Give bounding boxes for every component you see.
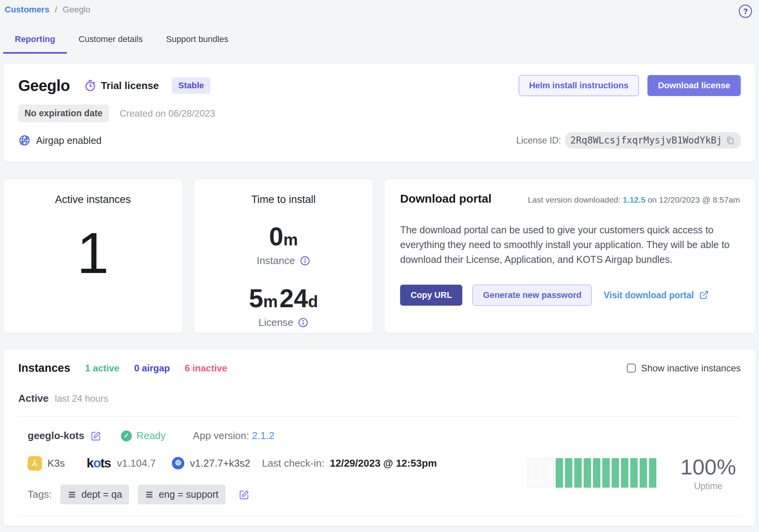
inactive-count[interactable]: 6 inactive [185,363,227,374]
tags-label: Tags: [28,488,52,500]
kots-version: v1.104.7 [117,457,156,469]
instance-status: ✓ Ready [121,430,166,442]
uptime-bars [528,458,656,488]
breadcrumb-separator: / [55,5,57,14]
download-license-button[interactable]: Download license [647,75,741,96]
license-id-label: License ID: [516,135,561,146]
uptime-section: 100% Uptime [528,441,741,504]
download-portal-card: Download portal Last version downloaded:… [384,178,756,333]
uptime-label: Uptime [680,481,736,492]
helm-install-instructions-button[interactable]: Helm install instructions [519,75,639,96]
kots-logo-ts: ts [100,456,110,470]
tag-lines-icon [145,490,154,499]
active-count[interactable]: 1 active [85,363,119,374]
customer-summary-card: Geeglo Trial license Stable Helm install… [3,63,756,162]
download-portal-description: The download portal can be used to give … [400,222,740,267]
uptime-bar [537,458,544,488]
visit-download-portal-label: Visit download portal [603,290,694,301]
active-instances-value: 1 [77,224,109,282]
license-install-num1: 5 [249,284,263,313]
show-inactive-toggle[interactable]: Show inactive instances [627,363,741,374]
time-to-install-card: Time to install 0m Instance 5m 24d Licen… [194,178,373,333]
customer-name: Geeglo [18,77,70,94]
uptime-value: 100% [680,454,736,480]
last-version-link[interactable]: 1.12.5 [623,195,645,204]
instance-row: geeglo-kots ✓ Ready App version: 2.1.2 [18,416,741,516]
ready-check-icon: ✓ [121,430,132,441]
license-time-label: License [259,317,294,329]
uptime-bar [546,458,554,488]
last-version-downloaded: Last version downloaded: 1.12.5 on 12/20… [528,195,740,205]
breadcrumb: Customers / Geeglo [5,5,90,15]
copy-url-button[interactable]: Copy URL [400,285,462,306]
kubernetes-icon: ☸ [172,457,184,469]
instance-install-num: 0 [269,222,283,251]
active-section-sub: last 24 hours [55,393,108,404]
tab-customer-details[interactable]: Customer details [67,30,154,54]
uptime-bar [584,458,591,488]
last-version-date: on 12/20/2023 @ 8:57am [648,195,740,204]
stats-row: Active instances 1 Time to install 0m In… [3,178,756,333]
instance-name: geeglo-kots [28,430,84,442]
app-version-label: App version: [193,430,249,441]
license-install-time: 5m 24d [249,285,318,311]
airgap-count[interactable]: 0 airgap [134,363,170,374]
uptime-bar [528,458,535,488]
uptime-bar [640,458,647,488]
breadcrumb-customers-link[interactable]: Customers [5,5,49,14]
tab-reporting[interactable]: Reporting [3,30,67,54]
uptime-bar [593,458,600,488]
airgap-enabled-label: Airgap enabled [36,135,101,146]
uptime-bar [602,458,610,488]
top-bar: Customers / Geeglo ? [0,0,759,18]
external-link-icon [699,290,709,300]
tag-lines-icon [67,490,77,499]
show-inactive-checkbox[interactable] [627,364,636,373]
uptime-bar [621,458,628,488]
active-instances-title: Active instances [55,194,131,206]
download-portal-title: Download portal [400,192,491,205]
instance-time-label: Instance [257,255,295,267]
last-checkin-value: 12/29/2023 @ 12:53pm [330,457,437,469]
uptime-bar [649,458,656,488]
instance-install-time: 0m [269,224,298,249]
instances-title: Instances [18,362,70,374]
tag-text: dept = qa [81,489,122,500]
tab-support-bundles[interactable]: Support bundles [154,30,240,54]
ready-label: Ready [136,430,166,442]
channel-badge: Stable [172,77,210,94]
uptime-bar [565,458,572,488]
instance-time-info-icon[interactable] [300,256,310,266]
app-version-link[interactable]: 2.1.2 [252,430,275,441]
trial-license-icon [84,79,96,92]
active-instances-card: Active instances 1 [3,178,183,333]
time-to-install-title: Time to install [251,194,316,206]
license-type-label: Trial license [101,80,159,92]
uptime-bar [630,458,638,488]
airgap-globe-icon [18,134,31,147]
license-id-text: 2Rq8WLcsjfxqrMysjvB1WodYkBj [570,135,722,146]
tag-pill: eng = support [138,485,226,504]
kots-logo-k: k [87,456,93,470]
expiration-badge: No expiration date [18,105,109,122]
edit-instance-name-icon[interactable] [91,430,101,441]
instance-install-unit: m [283,231,298,249]
license-install-unit1: m [263,292,278,311]
last-checkin-label: Last check-in: [262,457,324,469]
kots-logo: kots [87,456,111,471]
show-inactive-label: Show inactive instances [641,363,741,374]
edit-tags-icon[interactable] [239,489,250,500]
tag-text: eng = support [159,489,219,500]
help-icon[interactable]: ? [739,5,752,18]
uptime-bar [556,458,563,488]
last-version-label: Last version downloaded: [528,195,620,204]
tab-bar: Reporting Customer details Support bundl… [3,30,759,54]
visit-download-portal-link[interactable]: Visit download portal [603,290,708,301]
generate-new-password-button[interactable]: Generate new password [472,285,592,306]
license-install-unit2: d [308,292,318,311]
created-date-text: Created on 06/28/2023 [120,108,215,119]
license-time-info-icon[interactable] [298,317,308,328]
uptime-bar [612,458,619,488]
copy-license-id-icon[interactable] [725,135,735,145]
license-id-value: 2Rq8WLcsjfxqrMysjvB1WodYkBj [565,132,741,149]
